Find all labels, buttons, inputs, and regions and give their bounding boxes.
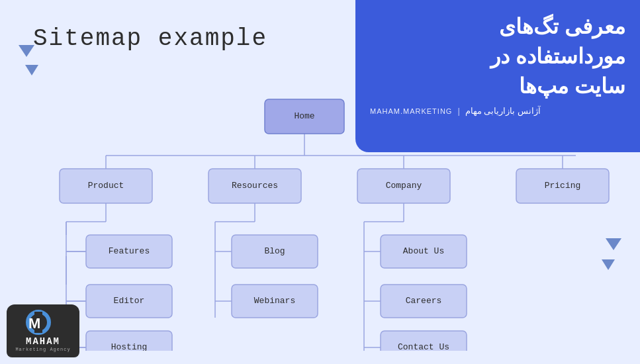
persian-title: معرفی تگ‌های مورداستفاده در سایت مپ‌ها [370,12,625,101]
svg-text:M: M [28,315,40,332]
product-label: Product [88,181,124,191]
company-label: Company [386,181,422,191]
careers-label: Careers [406,296,442,306]
contact-us-label: Contact Us [398,342,449,351]
domain: MAHAM.MARKETING [370,107,452,115]
resources-label: Resources [232,181,278,191]
decorative-arrow-left-2 [25,65,38,75]
sitemap-title: Sitemap example [33,25,267,52]
decorative-arrow-right-2 [602,259,615,270]
logo-icon: M [25,310,62,335]
agency-name: آژانس بازاریابی مهام [465,106,541,116]
logo-subtext: Marketing Agency [15,347,70,352]
logo-name: MAHAM [26,336,60,347]
hosting-label: Hosting [111,342,148,351]
about-us-label: About Us [403,246,444,256]
home-label: Home [294,111,314,121]
pricing-label: Pricing [545,181,581,191]
decorative-arrow-right-1 [606,238,621,250]
divider: | [457,106,459,116]
persian-subtitle: آژانس بازاریابی مهام | MAHAM.MARKETING [370,106,625,116]
main-container: Sitemap example معرفی تگ‌های مورداستفاده… [0,0,640,364]
logo: M MAHAM Marketing Agency [7,304,79,357]
features-label: Features [109,246,150,256]
decorative-arrow-left-1 [19,45,34,57]
blog-label: Blog [264,246,285,256]
webinars-label: Webinars [254,296,295,306]
persian-panel: معرفی تگ‌های مورداستفاده در سایت مپ‌ها آ… [355,0,640,152]
editor-label: Editor [114,296,145,306]
